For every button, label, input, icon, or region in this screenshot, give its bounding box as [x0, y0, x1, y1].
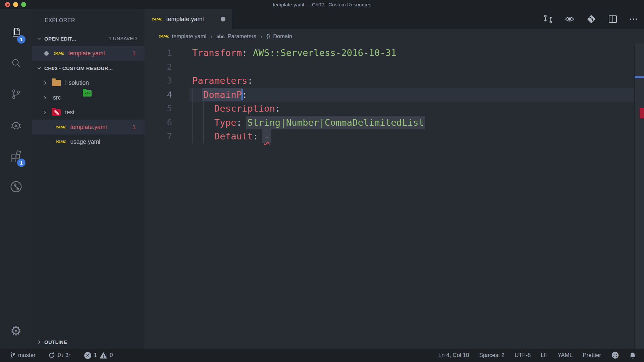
line-number: 1 [145, 46, 172, 60]
modified-badge: 1 [132, 50, 136, 57]
scrollbar[interactable] [634, 44, 644, 349]
bell-icon [629, 352, 636, 359]
symbol-object-icon: {} [266, 33, 270, 40]
breadcrumb-file[interactable]: template.yaml [172, 33, 206, 40]
folder-icon [52, 80, 61, 86]
chevron-right-icon [41, 81, 49, 85]
sync-icon [48, 352, 55, 359]
tree-item-solution-folder[interactable]: !-solution [32, 75, 145, 90]
error-icon: ✕ [84, 352, 91, 359]
folder-name: src [53, 94, 61, 101]
split-editor-button[interactable] [608, 14, 618, 24]
section-divider [32, 333, 145, 333]
language-mode[interactable]: YAML [557, 352, 573, 359]
symbol-string-icon: abc [216, 34, 224, 39]
breadcrumb-symbol-domain[interactable]: Domain [273, 33, 292, 40]
explorer-tab[interactable]: 1 [0, 17, 32, 48]
line-number: 3 [145, 74, 172, 88]
settings-button[interactable]: ⚙ [0, 319, 32, 343]
bug-icon [10, 119, 22, 131]
git-branch-icon [10, 88, 22, 100]
code-line-3: 3 Parameters: [145, 74, 644, 88]
file-name: template.yaml [70, 124, 107, 131]
project-section-header[interactable]: CH02 - CUSTOM RESOUR... [32, 61, 145, 75]
code-line-2: 2 [145, 60, 644, 74]
debug-tab[interactable] [0, 110, 32, 140]
folder-name: test [65, 109, 74, 116]
feedback-smiley-icon[interactable]: ☻ [611, 352, 619, 359]
status-bar: master 0↓ 3↑ ✕ 1 ! 0 Ln 4, Col 10 Spaces… [0, 349, 644, 362]
window-controls [5, 2, 26, 7]
outline-label: OUTLINE [44, 339, 67, 345]
yaml-file-icon: YAML [55, 140, 66, 144]
code-line-7: 7 Default: - [145, 129, 644, 143]
notifications-bell[interactable] [629, 352, 636, 359]
snippet-placeholder: DomainP [202, 88, 243, 101]
tree-item-src-folder[interactable]: src [32, 90, 145, 105]
src-folder-icon [83, 90, 92, 97]
line-number: 6 [145, 116, 172, 130]
gitlens-icon [9, 180, 23, 193]
cursor-position[interactable]: Ln 4, Col 10 [438, 352, 469, 359]
tree-item-template-yaml[interactable]: YAML template.yaml 1 [32, 120, 145, 134]
folder-name: !-solution [65, 79, 89, 86]
line-number: 5 [145, 102, 172, 116]
breadcrumb-symbol-parameters[interactable]: Parameters [228, 33, 256, 40]
modified-badge: 1 [132, 124, 136, 130]
extensions-badge: 1 [17, 159, 25, 167]
sync-indicator[interactable]: 0↓ 3↑ [48, 352, 71, 359]
problems-indicator[interactable]: ✕ 1 ! 0 [84, 352, 113, 359]
file-name: usage.yaml [70, 138, 100, 145]
tree-item-test-folder[interactable]: test [32, 105, 145, 120]
overview-ruler-cursor-marker [635, 76, 644, 78]
explorer-badge: 1 [17, 35, 25, 44]
breadcrumb-separator: › [260, 33, 262, 40]
source-control-tab[interactable] [0, 79, 32, 110]
code-line-6: 6 Type: String|Number|CommaDelimitedList [145, 116, 644, 130]
open-editor-template-yaml[interactable]: YAML template.yaml 1 [32, 46, 145, 61]
formatter-indicator[interactable]: Prettier [583, 352, 601, 359]
gitlens-tab[interactable] [0, 171, 32, 202]
unsaved-count: 1 UNSAVED [109, 36, 137, 41]
dirty-indicator[interactable] [221, 17, 225, 21]
snippet-placeholder-error: - [262, 129, 271, 143]
extensions-tab[interactable]: 1 [0, 140, 32, 171]
activity-bar: 1 1 ⚙ [0, 9, 32, 349]
overview-ruler-error-marker [640, 108, 644, 118]
snippet-choice-placeholder: String|Number|CommaDelimitedList [246, 116, 426, 129]
code-line-1: 1 Transform: AWS::Serverless-2016-10-31 [145, 46, 644, 60]
editor-actions: ⋯ [543, 9, 639, 29]
tab-bar: YAML template.yaml [145, 9, 644, 29]
eol-setting[interactable]: LF [541, 352, 547, 359]
search-tab[interactable] [0, 48, 32, 79]
tab-template-yaml[interactable]: YAML template.yaml [145, 9, 232, 29]
search-icon [10, 57, 22, 69]
line-number: 2 [145, 60, 172, 74]
breadcrumb-separator: › [210, 33, 212, 40]
line-number: 7 [145, 129, 172, 143]
yaml-file-icon: YAML [53, 51, 64, 56]
encoding-setting[interactable]: UTF-8 [515, 352, 531, 359]
branch-indicator[interactable]: master [10, 352, 36, 359]
open-editor-filename: template.yaml [68, 50, 105, 57]
yaml-file-icon: YAML [55, 125, 66, 129]
chevron-right-icon [41, 96, 49, 100]
minimize-button[interactable] [13, 2, 18, 7]
code-editor[interactable]: 1 Transform: AWS::Serverless-2016-10-31 … [145, 44, 644, 349]
open-editors-header[interactable]: OPEN EDIT... 1 UNSAVED [32, 31, 145, 46]
more-actions-button[interactable]: ⋯ [629, 14, 639, 24]
close-button[interactable] [5, 2, 10, 7]
maximize-button[interactable] [21, 2, 26, 7]
editor-group: YAML template.yaml [145, 9, 644, 349]
indentation-setting[interactable]: Spaces: 2 [479, 352, 505, 359]
open-editors-label: OPEN EDIT... [44, 36, 76, 42]
tree-item-usage-yaml[interactable]: YAML usage.yaml [32, 134, 145, 149]
outline-section-header[interactable]: OUTLINE [32, 335, 145, 349]
gitlens-compare-button[interactable] [543, 14, 553, 24]
project-name: CH02 - CUSTOM RESOUR... [44, 65, 113, 71]
title-bar: template.yaml — Ch02 - Custom Resources [0, 0, 644, 9]
breadcrumbs: YAML template.yaml › abc Parameters › {}… [145, 29, 644, 44]
git-logo-button[interactable] [586, 14, 597, 24]
toggle-blame-eye-button[interactable] [564, 14, 575, 24]
window-title: template.yaml — Ch02 - Custom Resources [273, 2, 371, 7]
